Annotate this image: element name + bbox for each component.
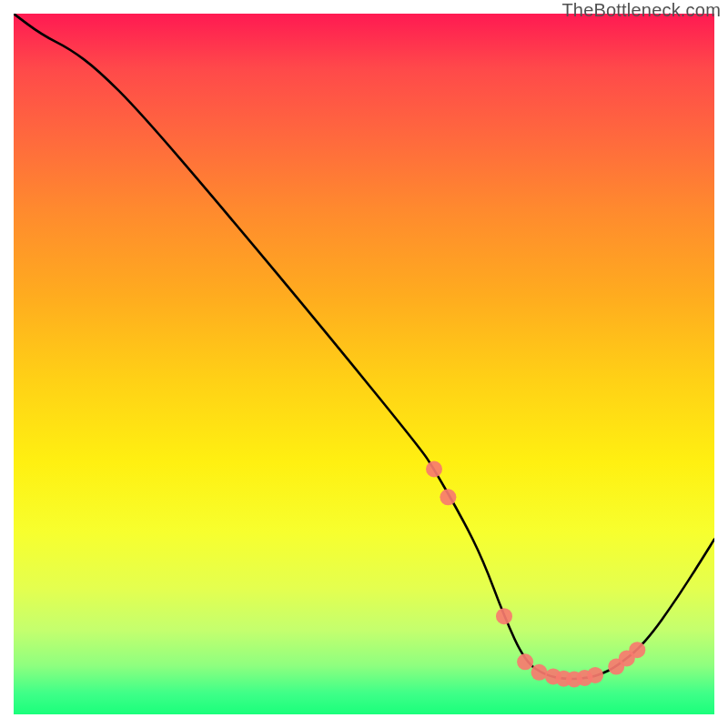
bottleneck-curve — [14, 14, 714, 679]
highlight-marker — [517, 653, 533, 670]
watermark-label: TheBottleneck.com — [561, 0, 721, 21]
chart-canvas: TheBottleneck.com — [0, 0, 728, 728]
chart-svg-layer — [14, 14, 714, 714]
highlight-marker — [531, 664, 548, 681]
highlight-marker — [440, 489, 456, 505]
highlight-marker — [629, 642, 645, 658]
highlight-marker — [426, 461, 442, 478]
highlight-marker — [496, 608, 512, 624]
highlighted-points-group — [426, 461, 645, 688]
highlight-marker — [587, 667, 603, 683]
